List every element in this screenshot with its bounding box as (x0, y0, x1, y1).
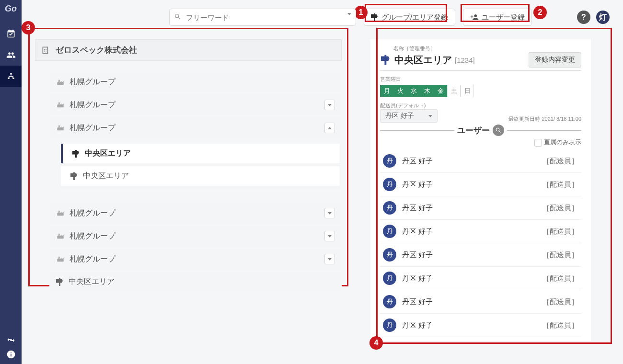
direct-only-label: 直属のみ表示 (544, 138, 581, 146)
group-label: 札幌グループ (69, 123, 115, 133)
user-plus-icon (470, 13, 479, 22)
area-sublist: 中央区エリア中央区エリア (59, 144, 342, 189)
default-deliverer-label: 配送員(デフォルト) (380, 102, 581, 109)
chevron-down-icon (328, 235, 332, 238)
area-label: 中央区エリア (85, 148, 131, 159)
annotation-badge-1: 1 (354, 6, 368, 19)
search-wrap (169, 9, 356, 26)
avatar: 丹 (383, 318, 396, 332)
user-role: ［配送員］ (542, 180, 578, 189)
default-deliverer-value: 丹区 好子 (385, 112, 414, 120)
expand-button[interactable] (324, 100, 335, 110)
freeword-search-input[interactable] (169, 9, 356, 26)
group-list: 札幌グループ札幌グループ札幌グループ中央区エリア中央区エリア札幌グループ札幌グル… (35, 72, 342, 292)
user-row[interactable]: 丹丹区 好子［配送員］ (380, 243, 581, 267)
avatar: 丹 (383, 225, 396, 238)
signpost-icon (72, 151, 80, 157)
sitemap-icon (6, 72, 16, 81)
day-toggle[interactable]: 木 (420, 85, 434, 97)
user-role: ［配送員］ (542, 227, 578, 236)
signpost-icon (381, 56, 391, 64)
annotation-badge-3: 3 (22, 21, 35, 34)
topbar: グループ/エリア登録 ユーザー登録 ? 灯 (35, 9, 610, 26)
nav-transfer[interactable] (6, 335, 16, 345)
last-updated: 最終更新日時 2021/ 3/18 11:00 (508, 115, 581, 123)
factory-icon (56, 232, 65, 240)
user-role: ［配送員］ (542, 250, 578, 260)
avatar: 丹 (383, 178, 396, 191)
user-name: 丹区 好子 (402, 157, 433, 166)
user-row[interactable]: 丹丹区 好子［配送員］ (380, 149, 581, 173)
expand-button[interactable] (324, 254, 335, 264)
group-row[interactable]: 札幌グループ (49, 95, 342, 115)
edit-content-button[interactable]: 登録内容変更 (529, 52, 581, 68)
signpost-icon (70, 173, 78, 179)
group-label: 札幌グループ (69, 77, 115, 87)
user-row[interactable]: 丹丹区 好子［配送員］ (380, 220, 581, 243)
chevron-down-icon (328, 104, 332, 106)
factory-icon (56, 255, 65, 263)
day-toggle[interactable]: 土 (447, 85, 461, 97)
area-code: [1234] (455, 56, 475, 64)
user-name: 丹区 好子 (402, 321, 433, 330)
company-name: ゼロスペック株式会社 (56, 45, 137, 56)
group-row[interactable]: 札幌グループ (49, 72, 342, 92)
swap-arrows-icon (6, 335, 16, 345)
group-row[interactable]: 札幌グループ (49, 249, 342, 269)
user-name: 丹区 好子 (402, 227, 433, 236)
area-label: 中央区エリア (83, 171, 129, 181)
avatar: 丹 (383, 272, 396, 285)
nav-info[interactable] (6, 350, 16, 359)
nav-users[interactable] (0, 44, 22, 66)
day-toggle[interactable]: 火 (393, 85, 407, 97)
avatar: 丹 (383, 201, 396, 215)
name-label: 名称［管理番号］ (393, 45, 581, 52)
user-register-label: ユーザー登録 (482, 13, 525, 22)
group-label: 札幌グループ (69, 231, 115, 241)
user-row[interactable]: 丹丹区 好子［配送員］ (380, 173, 581, 196)
company-row[interactable]: ゼロスペック株式会社 (35, 39, 342, 61)
dropdown-icon[interactable] (347, 15, 351, 24)
org-tree-panel: ゼロスペック株式会社 札幌グループ札幌グループ札幌グループ中央区エリア中央区エリ… (35, 39, 342, 341)
sidebar: Go (0, 0, 22, 364)
expand-button[interactable] (324, 208, 335, 218)
content: ゼロスペック株式会社 札幌グループ札幌グループ札幌グループ中央区エリア中央区エリ… (35, 39, 610, 341)
lamp-button[interactable]: 灯 (596, 11, 610, 24)
user-row[interactable]: 丹丹区 好子［配送員］ (380, 314, 581, 337)
day-toggle[interactable]: 日 (461, 85, 474, 97)
expand-button[interactable] (324, 231, 335, 241)
search-icon (174, 13, 182, 23)
day-toggle[interactable]: 月 (380, 85, 393, 97)
area-row[interactable]: 中央区エリア (61, 166, 340, 186)
user-name: 丹区 好子 (402, 250, 433, 260)
help-button[interactable]: ? (577, 11, 590, 24)
avatar: 丹 (383, 154, 396, 168)
user-row[interactable]: 丹丹区 好子［配送員］ (380, 267, 581, 290)
default-deliverer-select[interactable]: 丹区 好子 (380, 109, 438, 123)
area-row[interactable]: 中央区エリア (49, 272, 342, 292)
user-name: 丹区 好子 (402, 297, 433, 307)
day-toggle[interactable]: 金 (434, 85, 447, 97)
nav-calendar[interactable] (0, 23, 22, 44)
user-row[interactable]: 丹丹区 好子［配送員］ (380, 337, 581, 341)
user-list[interactable]: 丹丹区 好子［配送員］丹丹区 好子［配送員］丹丹区 好子［配送員］丹丹区 好子［… (380, 149, 581, 341)
collapse-button[interactable] (324, 123, 335, 133)
business-days-label: 営業曜日 (380, 76, 581, 83)
user-search-button[interactable] (493, 125, 504, 136)
group-row[interactable]: 札幌グループ (49, 203, 342, 223)
direct-only-checkbox[interactable] (534, 139, 542, 147)
building-icon (41, 46, 51, 55)
user-row[interactable]: 丹丹区 好子［配送員］ (380, 290, 581, 314)
user-section-header: ユーザー (380, 125, 581, 136)
area-row[interactable]: 中央区エリア (61, 144, 340, 163)
day-toggle[interactable]: 水 (407, 85, 420, 97)
group-row[interactable]: 札幌グループ (49, 226, 342, 246)
user-register-button[interactable]: ユーザー登録 (463, 9, 532, 26)
factory-icon (56, 101, 65, 109)
nav-org-tree[interactable] (0, 66, 22, 87)
users-icon (6, 50, 16, 60)
group-row[interactable]: 札幌グループ (49, 118, 342, 138)
user-row[interactable]: 丹丹区 好子［配送員］ (380, 196, 581, 220)
calendar-check-icon (6, 29, 16, 38)
group-area-register-button[interactable]: グループ/エリア登録 (364, 9, 455, 26)
